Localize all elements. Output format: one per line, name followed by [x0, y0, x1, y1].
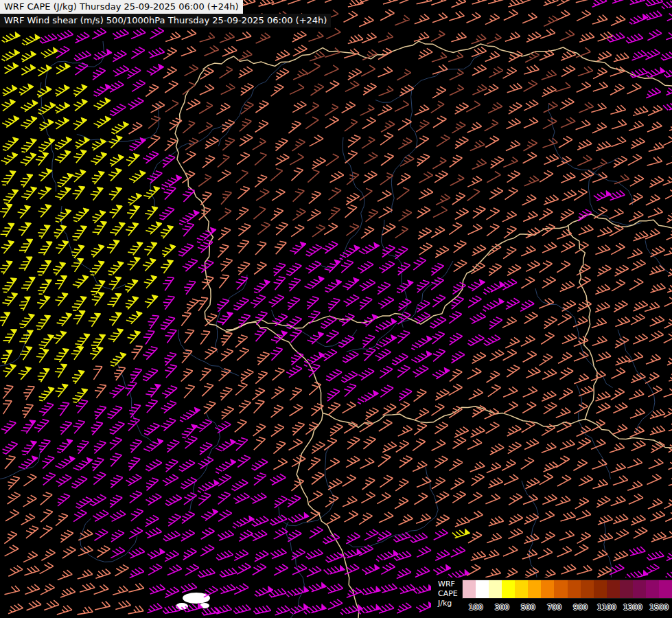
legend-swatch — [515, 580, 528, 598]
legend-tick: 500 — [521, 603, 535, 612]
map-title-cape: WRF CAPE (J/kg) Thursday 25-09-2025 06:0… — [0, 0, 243, 14]
wrf-map-view: WRF CAPE (J/kg) Thursday 25-09-2025 06:0… — [0, 0, 672, 618]
legend-color-scale — [463, 580, 672, 598]
cape-legend: WRF CAPE J/kg 10030050070090011001300150… — [431, 577, 672, 618]
legend-tick-labels: 100300500700900110013001500 — [463, 603, 672, 614]
legend-unit-label: J/kg — [438, 599, 463, 608]
legend-swatch — [646, 580, 659, 598]
legend-tick: 700 — [547, 603, 561, 612]
legend-tick: 100 — [469, 603, 483, 612]
legend-swatch — [607, 580, 620, 598]
legend-tick: 1500 — [649, 603, 669, 612]
legend-swatch — [541, 580, 554, 598]
legend-model-label: WRF — [438, 580, 463, 589]
legend-swatch — [581, 580, 594, 598]
legend-swatch — [568, 580, 581, 598]
legend-label-block: WRF CAPE J/kg — [431, 577, 463, 618]
legend-tick: 900 — [573, 603, 588, 612]
legend-swatch — [502, 580, 515, 598]
map-title-windshear: WRF Wind shear (m/s) 500/1000hPa Thursda… — [0, 14, 331, 27]
legend-tick: 1300 — [623, 603, 642, 612]
legend-tick: 1100 — [597, 603, 616, 612]
legend-swatch — [489, 580, 502, 598]
legend-swatch — [659, 580, 672, 598]
legend-scale-area: 100300500700900110013001500 — [463, 577, 672, 618]
lake-patch — [176, 603, 188, 610]
legend-swatch — [620, 580, 633, 598]
legend-tick: 300 — [495, 603, 509, 612]
map-background — [0, 0, 672, 618]
legend-swatch — [554, 580, 567, 598]
legend-swatch — [594, 580, 607, 598]
legend-param-label: CAPE — [438, 589, 463, 599]
legend-swatch — [463, 580, 476, 598]
legend-swatch — [633, 580, 646, 598]
legend-swatch — [476, 580, 489, 598]
weather-map — [0, 0, 672, 618]
legend-swatch — [528, 580, 541, 598]
